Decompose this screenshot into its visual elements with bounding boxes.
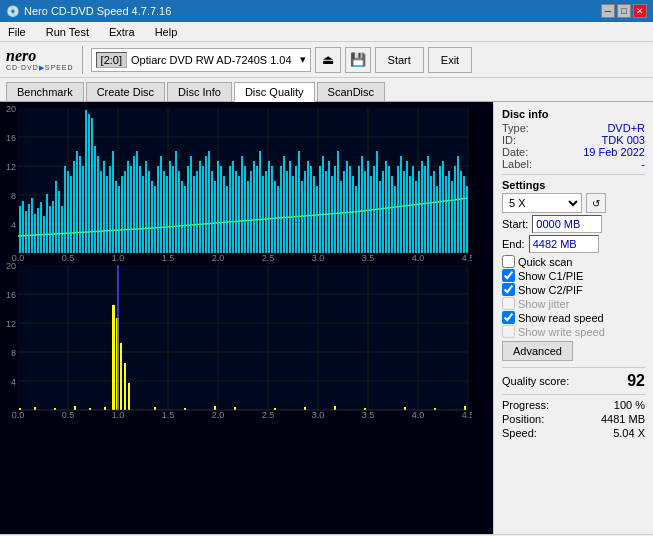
svg-text:16: 16 [6, 290, 16, 300]
menu-run-test[interactable]: Run Test [42, 24, 93, 40]
cb-c2pif-label: Show C2/PIF [518, 284, 583, 296]
minimize-btn[interactable]: ─ [601, 4, 615, 18]
svg-text:2.5: 2.5 [262, 410, 275, 418]
svg-rect-150 [397, 166, 399, 253]
svg-rect-205 [34, 407, 36, 410]
svg-rect-45 [82, 166, 84, 253]
svg-rect-154 [409, 176, 411, 253]
tab-scan-disc[interactable]: ScanDisc [317, 82, 385, 101]
svg-text:0.5: 0.5 [62, 410, 75, 418]
svg-text:3.5: 3.5 [362, 410, 375, 418]
svg-rect-213 [124, 363, 126, 410]
svg-rect-136 [355, 186, 357, 253]
svg-rect-24 [19, 206, 21, 253]
svg-rect-60 [127, 161, 129, 253]
svg-rect-172 [463, 176, 465, 253]
tab-benchmark[interactable]: Benchmark [6, 82, 84, 101]
svg-rect-223 [404, 407, 406, 410]
svg-text:2.0: 2.0 [212, 253, 225, 261]
cb-write-speed-input[interactable] [502, 325, 515, 338]
svg-rect-166 [445, 176, 447, 253]
end-mb-label: End: [502, 238, 525, 250]
svg-rect-67 [148, 171, 150, 253]
title-text: Nero CD-DVD Speed 4.7.7.16 [24, 5, 171, 17]
svg-rect-151 [400, 156, 402, 253]
menu-extra[interactable]: Extra [105, 24, 139, 40]
cb-quick-scan-input[interactable] [502, 255, 515, 268]
svg-rect-102 [253, 161, 255, 253]
svg-rect-146 [385, 161, 387, 253]
svg-rect-127 [328, 161, 330, 253]
top-chart: 20 16 12 8 4 20 16 12 8 4 [4, 106, 472, 261]
progress-row: Progress: 100 % [502, 399, 645, 411]
tab-create-disc[interactable]: Create Disc [86, 82, 165, 101]
svg-rect-218 [234, 407, 236, 410]
refresh-btn[interactable]: ↺ [586, 193, 606, 213]
advanced-button[interactable]: Advanced [502, 341, 573, 361]
cb-quick-scan: Quick scan [502, 255, 645, 268]
svg-rect-106 [265, 171, 267, 253]
bottom-chart: 20 16 12 8 4 [4, 263, 472, 418]
svg-rect-220 [304, 407, 306, 410]
cb-jitter-label: Show jitter [518, 298, 569, 310]
svg-rect-123 [316, 186, 318, 253]
svg-rect-62 [133, 156, 135, 253]
svg-rect-80 [187, 166, 189, 253]
svg-rect-135 [352, 176, 354, 253]
close-btn[interactable]: ✕ [633, 4, 647, 18]
svg-text:2.0: 2.0 [212, 410, 225, 418]
cb-jitter-input[interactable] [502, 297, 515, 310]
svg-rect-167 [448, 171, 450, 253]
svg-rect-72 [163, 171, 165, 253]
progress-section: Progress: 100 % Position: 4481 MB Speed:… [502, 394, 645, 439]
start-button[interactable]: Start [375, 47, 424, 73]
menu-file[interactable]: File [4, 24, 30, 40]
svg-rect-81 [190, 156, 192, 253]
svg-rect-44 [79, 156, 81, 253]
save-btn[interactable]: 💾 [345, 47, 371, 73]
start-mb-input[interactable] [532, 215, 602, 233]
svg-text:4: 4 [11, 377, 16, 387]
position-row: Position: 4481 MB [502, 413, 645, 425]
settings-title: Settings [502, 179, 645, 191]
svg-rect-103 [256, 166, 258, 253]
svg-rect-36 [55, 181, 57, 253]
speed-value-progress: 5.04 X [613, 427, 645, 439]
svg-text:4: 4 [11, 220, 16, 230]
end-mb-input[interactable] [529, 235, 599, 253]
eject-btn[interactable]: ⏏ [315, 47, 341, 73]
speed-row: 5 X Max 1 X 2 X 4 X 8 X ↺ [502, 193, 645, 213]
svg-rect-140 [367, 161, 369, 253]
svg-rect-153 [406, 161, 408, 253]
tab-disc-quality[interactable]: Disc Quality [234, 82, 315, 102]
svg-rect-40 [67, 171, 69, 253]
svg-rect-32 [43, 216, 45, 253]
svg-rect-160 [427, 156, 429, 253]
disc-date-label: Date: [502, 146, 528, 158]
cb-c1pie: Show C1/PIE [502, 269, 645, 282]
end-mb-row: End: [502, 235, 645, 253]
svg-rect-78 [181, 181, 183, 253]
svg-text:0.0: 0.0 [12, 253, 25, 261]
cb-read-speed-input[interactable] [502, 311, 515, 324]
speed-select[interactable]: 5 X Max 1 X 2 X 4 X 8 X [502, 193, 582, 213]
menu-help[interactable]: Help [151, 24, 182, 40]
svg-rect-77 [178, 171, 180, 253]
svg-rect-124 [319, 166, 321, 253]
svg-rect-87 [208, 151, 210, 253]
menu-bar: File Run Test Extra Help [0, 22, 653, 42]
exit-button[interactable]: Exit [428, 47, 472, 73]
svg-text:1.0: 1.0 [112, 410, 125, 418]
maximize-btn[interactable]: □ [617, 4, 631, 18]
drive-selector[interactable]: [2:0] Optiarc DVD RW AD-7240S 1.04 ▾ [91, 48, 311, 72]
svg-rect-31 [40, 202, 42, 253]
drive-name: Optiarc DVD RW AD-7240S 1.04 [131, 54, 300, 66]
svg-rect-48 [91, 118, 93, 253]
tab-disc-info[interactable]: Disc Info [167, 82, 232, 101]
main-content: 20 16 12 8 4 20 16 12 8 4 [0, 102, 653, 534]
svg-rect-59 [124, 171, 126, 253]
svg-rect-86 [205, 156, 207, 253]
cb-c1pie-input[interactable] [502, 269, 515, 282]
svg-rect-114 [289, 161, 291, 253]
cb-c2pif-input[interactable] [502, 283, 515, 296]
